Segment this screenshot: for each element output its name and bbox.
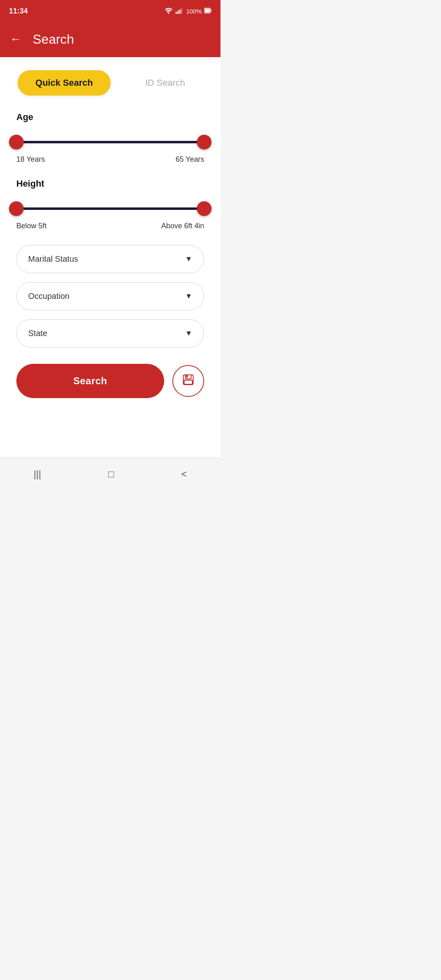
- age-slider-min-thumb[interactable]: [9, 135, 24, 149]
- tab-row: Quick Search ID Search: [16, 70, 204, 96]
- svg-rect-10: [186, 375, 188, 378]
- save-icon: [182, 374, 194, 389]
- status-icons: 100%: [164, 7, 212, 15]
- svg-rect-2: [177, 11, 178, 14]
- state-label: State: [28, 329, 47, 338]
- tab-id-search[interactable]: ID Search: [127, 70, 203, 96]
- svg-rect-1: [176, 12, 177, 14]
- svg-rect-6: [211, 9, 212, 12]
- height-max-label: Above 6ft 4in: [161, 222, 204, 230]
- battery-percent: 100%: [186, 8, 202, 15]
- signal-icon: [176, 7, 184, 15]
- age-slider[interactable]: [16, 132, 204, 152]
- wifi-icon: [164, 7, 173, 15]
- status-time: 11:34: [9, 7, 28, 16]
- height-section: Height Below 5ft Above 6ft 4in: [16, 178, 204, 230]
- age-label: Age: [16, 112, 204, 122]
- age-min-label: 18 Years: [16, 155, 45, 164]
- height-slider-track: [16, 207, 204, 210]
- svg-rect-11: [184, 380, 192, 384]
- bottom-nav: ||| □ <: [0, 457, 220, 490]
- height-slider[interactable]: [16, 199, 204, 218]
- svg-rect-4: [181, 8, 182, 14]
- back-nav-icon[interactable]: <: [181, 468, 187, 480]
- occupation-dropdown[interactable]: Occupation ▼: [16, 282, 204, 310]
- search-button[interactable]: Search: [16, 364, 164, 398]
- age-slider-max-thumb[interactable]: [197, 135, 212, 149]
- page-title: Search: [33, 32, 74, 47]
- age-max-label: 65 Years: [176, 155, 204, 164]
- height-slider-max-thumb[interactable]: [197, 201, 212, 216]
- marital-status-chevron-icon: ▼: [185, 255, 192, 263]
- height-slider-min-thumb[interactable]: [9, 201, 24, 216]
- marital-status-label: Marital Status: [28, 254, 78, 264]
- marital-status-dropdown[interactable]: Marital Status ▼: [16, 245, 204, 273]
- height-min-label: Below 5ft: [16, 222, 47, 230]
- state-chevron-icon: ▼: [185, 329, 192, 338]
- occupation-label: Occupation: [28, 292, 69, 301]
- home-nav-icon[interactable]: □: [108, 468, 114, 480]
- back-button[interactable]: ←: [10, 33, 21, 46]
- svg-rect-7: [205, 9, 210, 12]
- svg-point-0: [168, 13, 169, 14]
- height-label: Height: [16, 178, 204, 189]
- state-dropdown[interactable]: State ▼: [16, 319, 204, 347]
- age-slider-track: [16, 141, 204, 143]
- occupation-chevron-icon: ▼: [185, 292, 192, 301]
- app-bar: ← Search: [0, 21, 220, 57]
- battery-icon: [204, 8, 212, 15]
- save-button[interactable]: [172, 365, 204, 397]
- status-bar: 11:34 100%: [0, 0, 220, 21]
- height-slider-labels: Below 5ft Above 6ft 4in: [16, 222, 204, 230]
- svg-rect-3: [179, 9, 180, 14]
- age-section: Age 18 Years 65 Years: [16, 112, 204, 164]
- tab-quick-search[interactable]: Quick Search: [18, 70, 111, 96]
- bottom-action-area: Search: [16, 364, 204, 398]
- main-content: Quick Search ID Search Age 18 Years 65 Y…: [0, 57, 220, 457]
- recents-nav-icon[interactable]: |||: [33, 468, 41, 480]
- age-slider-labels: 18 Years 65 Years: [16, 155, 204, 164]
